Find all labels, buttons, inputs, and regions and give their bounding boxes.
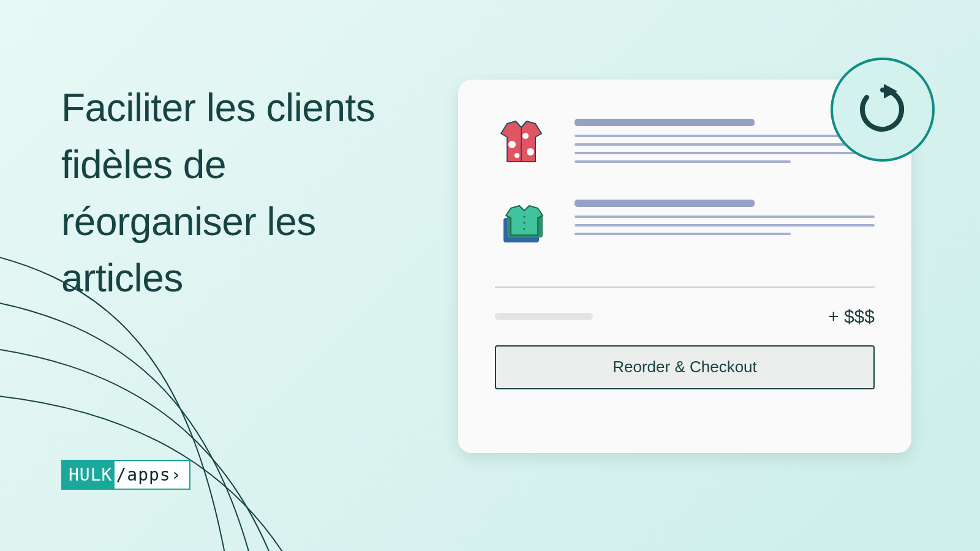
page-headline: Faciliter les clients fidèles de réorgan…: [61, 80, 404, 307]
total-label-placeholder: [495, 313, 593, 320]
item-text-skeleton: [575, 196, 875, 241]
order-line-item: [495, 196, 875, 249]
svg-point-1: [522, 133, 529, 139]
svg-point-8: [523, 228, 525, 230]
svg-point-0: [508, 141, 516, 148]
divider: [495, 287, 875, 288]
order-line-item: [495, 115, 875, 169]
item-text-skeleton: [575, 115, 875, 169]
reload-icon: [853, 80, 912, 139]
logo-text: /apps›: [115, 461, 189, 489]
svg-point-3: [514, 153, 519, 158]
svg-point-2: [527, 148, 534, 156]
logo-mark: HULK: [62, 461, 115, 489]
hulkapps-logo: HULK /apps›: [61, 460, 190, 490]
folded-shirts-icon: [495, 196, 548, 249]
svg-point-6: [523, 216, 525, 217]
hawaiian-shirt-icon: [495, 115, 548, 168]
totals-row: + $$$: [495, 306, 875, 327]
total-amount: + $$$: [828, 306, 875, 327]
svg-point-7: [523, 222, 525, 223]
reload-badge: [831, 58, 935, 162]
reorder-checkout-button[interactable]: Reorder & Checkout: [495, 345, 875, 389]
